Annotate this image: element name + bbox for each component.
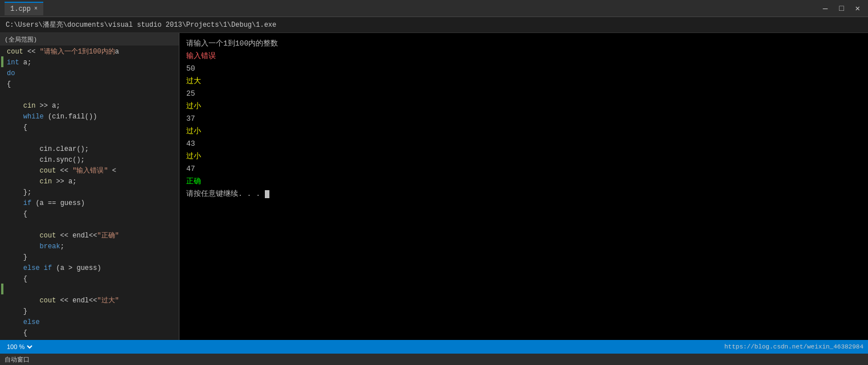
code-line: break; [5, 241, 179, 252]
gutter-line [0, 240, 5, 251]
zoom-select[interactable]: 100 % 75 % 125 % [5, 343, 34, 351]
close-window-btn[interactable]: ✕ [852, 3, 863, 13]
code-line: { [5, 79, 179, 90]
gutter-line [0, 197, 5, 208]
window-controls: — □ ✕ [820, 3, 863, 13]
editor-body[interactable]: cout << "请输入一个1到100内的a int a; do { cin >… [0, 46, 179, 340]
console-line-10: 过小 [186, 150, 861, 163]
code-line: { [5, 328, 179, 339]
code-line [5, 339, 179, 340]
gutter-line [0, 219, 5, 229]
console-line-1: 请输入一个1到100内的整数 [186, 38, 861, 50]
gutter-line [0, 46, 5, 56]
scope-label: (全局范围) [5, 35, 37, 44]
code-line: do [5, 68, 179, 79]
gutter-line [0, 67, 5, 78]
gutter-line [0, 208, 5, 219]
gutter-line [0, 154, 5, 165]
gutter-line [0, 100, 5, 110]
gutter-line [0, 89, 5, 100]
gutter [0, 46, 5, 340]
bottom-bar: 100 % 75 % 125 % https://blog.csdn.net/w… [0, 340, 868, 354]
code-content[interactable]: cout << "请输入一个1到100内的a int a; do { cin >… [5, 46, 179, 340]
gutter-line [0, 305, 5, 316]
code-line: }; [5, 187, 179, 198]
gutter-line [0, 78, 5, 89]
credit-text: https://blog.csdn.net/weixin_46382984 [724, 343, 863, 350]
code-line: int a; [5, 58, 179, 68]
code-line: { [5, 122, 179, 133]
gutter-line [0, 229, 5, 240]
gutter-line [0, 251, 5, 262]
code-line: else [5, 317, 179, 328]
code-line: { [5, 274, 179, 285]
console-line-4: 过大 [186, 75, 861, 88]
gutter-line-active [1, 56, 3, 67]
code-line: else if (a > guess) [5, 263, 179, 274]
gutter-line [0, 132, 5, 143]
tab-area: 1.cpp × [5, 2, 43, 15]
gutter-line [0, 327, 5, 338]
code-line: cin >> a; [5, 101, 179, 112]
code-line: cout << "输入错误" < [5, 166, 179, 177]
code-line: cout << "请输入一个1到100内的a [5, 47, 179, 58]
console-line-3: 50 [186, 63, 861, 75]
console-line-5: 25 [186, 88, 861, 100]
console-line-9: 43 [186, 138, 861, 150]
console-path: C:\Users\潘星亮\documents\visual studio 201… [6, 20, 276, 30]
editor-tab[interactable]: 1.cpp × [5, 2, 43, 15]
status-label: 自动窗口 [5, 355, 30, 364]
console-line-12: 正确 [186, 175, 861, 188]
gutter-line [0, 294, 5, 305]
gutter-line [0, 262, 5, 273]
code-line [5, 90, 179, 101]
console-line-7: 37 [186, 113, 861, 125]
code-line: while (cin.fail()) [5, 112, 179, 122]
console-panel: 请输入一个1到100内的整数 输入错误 50 过大 25 过小 37 过小 43… [179, 33, 868, 340]
gutter-line [0, 165, 5, 175]
gutter-line [0, 121, 5, 132]
console-line-2: 输入错误 [186, 50, 861, 63]
console-line-6: 过小 [186, 100, 861, 113]
gutter-line [0, 338, 5, 340]
maximize-btn[interactable]: □ [836, 4, 847, 13]
title-bar: 1.cpp × — □ ✕ [0, 0, 868, 17]
gutter-line [0, 186, 5, 197]
tab-label: 1.cpp [10, 5, 31, 13]
code-line: cout << endl<<"正确" [5, 231, 179, 241]
content-area: (全局范围) [0, 33, 868, 340]
code-line: if (a == guess) [5, 198, 179, 209]
console-line-13: 请按任意键继续. . . [186, 188, 861, 200]
console-title-bar: C:\Users\潘星亮\documents\visual studio 201… [0, 17, 868, 33]
code-line [5, 133, 179, 144]
code-line [5, 220, 179, 231]
gutter-line-active [1, 284, 3, 294]
code-line [5, 285, 179, 296]
gutter-line [0, 143, 5, 154]
console-line-11: 47 [186, 163, 861, 175]
code-line: { [5, 209, 179, 220]
minimize-btn[interactable]: — [820, 4, 831, 13]
status-bar: 自动窗口 [0, 354, 868, 365]
editor-header: (全局范围) [0, 33, 179, 46]
editor-panel: (全局范围) [0, 33, 179, 340]
bottom-left: 100 % 75 % 125 % [5, 343, 34, 351]
gutter-line [0, 273, 5, 284]
gutter-line [0, 110, 5, 121]
code-line: cin >> a; [5, 177, 179, 187]
gutter-line [0, 316, 5, 327]
code-line: } [5, 306, 179, 317]
code-line: cin.clear(); [5, 144, 179, 155]
code-line: } [5, 252, 179, 263]
tab-close-btn[interactable]: × [34, 6, 38, 12]
console-line-8: 过小 [186, 125, 861, 138]
code-line: cout << endl<<"过大" [5, 296, 179, 306]
code-line: cin.sync(); [5, 155, 179, 166]
gutter-line [0, 175, 5, 186]
